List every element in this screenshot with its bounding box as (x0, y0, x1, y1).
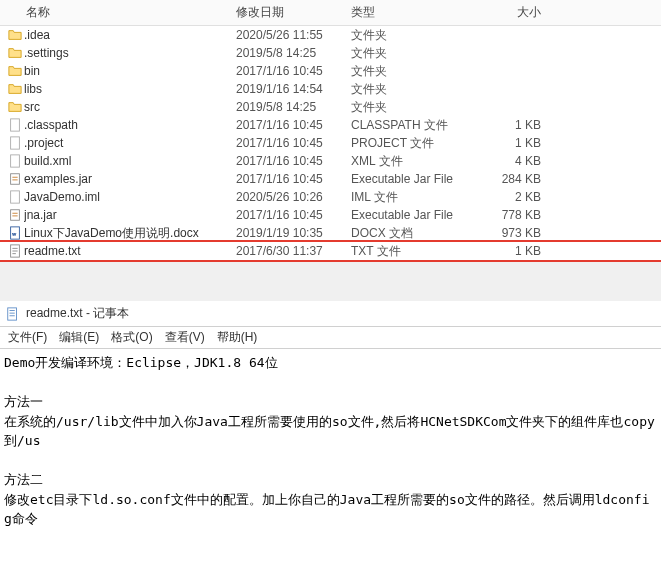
file-date: 2017/1/16 10:45 (236, 172, 351, 186)
menu-item[interactable]: 查看(V) (165, 329, 205, 346)
menu-item[interactable]: 格式(O) (111, 329, 152, 346)
file-date: 2020/5/26 10:26 (236, 190, 351, 204)
file-list: .idea2020/5/26 11:55文件夹.settings2019/5/8… (0, 26, 661, 262)
folder-icon (6, 64, 24, 78)
file-date: 2017/1/16 10:45 (236, 154, 351, 168)
file-name: .idea (24, 28, 236, 42)
txt-file-icon (6, 244, 24, 258)
file-date: 2019/1/16 14:54 (236, 82, 351, 96)
svg-rect-5 (11, 210, 20, 221)
file-name: .classpath (24, 118, 236, 132)
svg-rect-4 (11, 191, 20, 203)
file-size: 973 KB (471, 226, 551, 240)
file-row[interactable]: .idea2020/5/26 11:55文件夹 (0, 26, 661, 44)
file-explorer: 名称 修改日期 类型 大小 .idea2020/5/26 11:55文件夹.se… (0, 0, 661, 261)
file-row[interactable]: .project2017/1/16 10:45PROJECT 文件1 KB (0, 134, 661, 152)
file-size: 1 KB (471, 136, 551, 150)
notepad-window: readme.txt - 记事本 文件(F)编辑(E)格式(O)查看(V)帮助(… (0, 301, 661, 549)
column-headers: 名称 修改日期 类型 大小 (0, 0, 661, 26)
file-type: 文件夹 (351, 81, 471, 98)
file-date: 2017/1/16 10:45 (236, 64, 351, 78)
file-name: src (24, 100, 236, 114)
file-name: jna.jar (24, 208, 236, 222)
file-date: 2017/1/16 10:45 (236, 118, 351, 132)
header-type[interactable]: 类型 (351, 4, 471, 21)
file-type: 文件夹 (351, 63, 471, 80)
file-name: build.xml (24, 154, 236, 168)
file-size: 2 KB (471, 190, 551, 204)
folder-icon (6, 82, 24, 96)
file-type: 文件夹 (351, 27, 471, 44)
file-type: 文件夹 (351, 99, 471, 116)
file-row[interactable]: readme.txt2017/6/30 11:37TXT 文件1 KB (0, 242, 661, 260)
menu-item[interactable]: 文件(F) (8, 329, 47, 346)
file-row[interactable]: jna.jar2017/1/16 10:45Executable Jar Fil… (0, 206, 661, 224)
file-date: 2019/5/8 14:25 (236, 100, 351, 114)
file-name: JavaDemo.iml (24, 190, 236, 204)
folder-icon (6, 28, 24, 42)
notepad-title-text: readme.txt - 记事本 (26, 305, 129, 322)
file-type: Executable Jar File (351, 208, 471, 222)
file-date: 2019/1/19 10:35 (236, 226, 351, 240)
file-date: 2017/1/16 10:45 (236, 208, 351, 222)
file-row[interactable]: .classpath2017/1/16 10:45CLASSPATH 文件1 K… (0, 116, 661, 134)
file-name: .settings (24, 46, 236, 60)
folder-icon (6, 46, 24, 60)
file-date: 2020/5/26 11:55 (236, 28, 351, 42)
file-size: 284 KB (471, 172, 551, 186)
file-type: Executable Jar File (351, 172, 471, 186)
separator-area (0, 261, 661, 301)
svg-rect-0 (11, 119, 20, 131)
file-type: DOCX 文档 (351, 225, 471, 242)
file-row[interactable]: examples.jar2017/1/16 10:45Executable Ja… (0, 170, 661, 188)
notepad-menubar: 文件(F)编辑(E)格式(O)查看(V)帮助(H) (0, 327, 661, 349)
menu-item[interactable]: 帮助(H) (217, 329, 258, 346)
file-size: 1 KB (471, 244, 551, 258)
file-name: readme.txt (24, 244, 236, 258)
file-type: IML 文件 (351, 189, 471, 206)
jar-file-icon (6, 172, 24, 186)
svg-rect-1 (11, 137, 20, 149)
file-type: 文件夹 (351, 45, 471, 62)
header-date[interactable]: 修改日期 (236, 4, 351, 21)
file-type: CLASSPATH 文件 (351, 117, 471, 134)
svg-rect-6 (11, 227, 20, 239)
file-name: libs (24, 82, 236, 96)
file-name: Linux下JavaDemo使用说明.docx (24, 225, 236, 242)
file-size: 1 KB (471, 118, 551, 132)
svg-rect-11 (8, 307, 17, 319)
docx-file-icon (6, 226, 24, 240)
file-row[interactable]: src2019/5/8 14:25文件夹 (0, 98, 661, 116)
file-row[interactable]: JavaDemo.iml2020/5/26 10:26IML 文件2 KB (0, 188, 661, 206)
file-file-icon (6, 118, 24, 132)
menu-item[interactable]: 编辑(E) (59, 329, 99, 346)
svg-rect-2 (11, 155, 20, 167)
file-row[interactable]: .settings2019/5/8 14:25文件夹 (0, 44, 661, 62)
file-file-icon (6, 190, 24, 204)
file-date: 2019/5/8 14:25 (236, 46, 351, 60)
file-size: 4 KB (471, 154, 551, 168)
svg-rect-3 (11, 174, 20, 185)
file-row[interactable]: build.xml2017/1/16 10:45XML 文件4 KB (0, 152, 661, 170)
notepad-titlebar: readme.txt - 记事本 (0, 301, 661, 327)
file-file-icon (6, 154, 24, 168)
file-date: 2017/6/30 11:37 (236, 244, 351, 258)
file-date: 2017/1/16 10:45 (236, 136, 351, 150)
file-row[interactable]: libs2019/1/16 14:54文件夹 (0, 80, 661, 98)
header-name[interactable]: 名称 (6, 4, 236, 21)
highlight-box: readme.txt2017/6/30 11:37TXT 文件1 KB (0, 240, 661, 262)
file-name: examples.jar (24, 172, 236, 186)
file-type: TXT 文件 (351, 243, 471, 260)
file-file-icon (6, 136, 24, 150)
file-name: bin (24, 64, 236, 78)
folder-icon (6, 100, 24, 114)
jar-file-icon (6, 208, 24, 222)
file-name: .project (24, 136, 236, 150)
file-type: PROJECT 文件 (351, 135, 471, 152)
file-type: XML 文件 (351, 153, 471, 170)
header-size[interactable]: 大小 (471, 4, 551, 21)
file-size: 778 KB (471, 208, 551, 222)
notepad-content[interactable]: Demo开发编译环境：Eclipse，JDK1.8 64位 方法一 在系统的/u… (0, 349, 661, 549)
notepad-icon (6, 307, 20, 321)
file-row[interactable]: bin2017/1/16 10:45文件夹 (0, 62, 661, 80)
